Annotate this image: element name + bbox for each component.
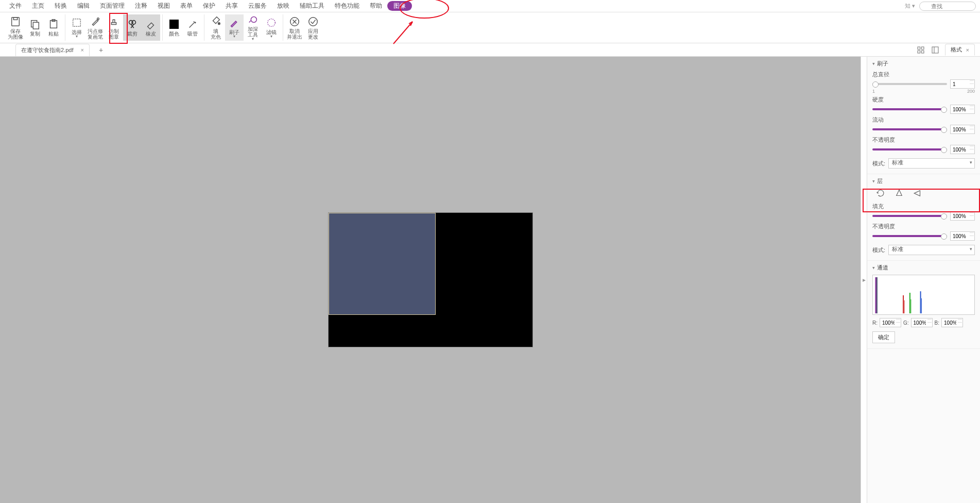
svg-rect-19 — [932, 47, 938, 53]
fill-icon — [210, 16, 221, 27]
format-tab[interactable]: 格式 × — [945, 44, 975, 56]
tab-bar: 在遵守饮食指南2.pdf × + 格式 × — [0, 43, 980, 57]
tool-eyedropper[interactable]: 吸管 — [183, 14, 202, 41]
opacity-slider[interactable] — [872, 148, 947, 150]
tool-fill[interactable]: 填 充色 — [207, 14, 225, 41]
channel-section-header[interactable]: 通道 — [872, 264, 975, 272]
eraser-icon — [145, 19, 157, 30]
g-input[interactable] — [911, 318, 933, 327]
eyedropper-icon — [187, 19, 198, 30]
menu-cloud[interactable]: 云服务 — [243, 2, 272, 10]
menu-accessibility[interactable]: 辅助工具 — [295, 2, 330, 10]
tool-filter[interactable]: 滤镜▾ — [262, 14, 281, 41]
tool-paste[interactable]: 粘贴 — [44, 14, 63, 41]
tool-copy[interactable]: 复制 — [26, 14, 44, 41]
menu-protect[interactable]: 保护 — [198, 2, 220, 10]
opacity-input[interactable] — [950, 145, 975, 154]
spot-heal-icon — [90, 16, 101, 27]
tool-eraser[interactable]: 橡皮 — [142, 14, 160, 41]
paste-icon — [48, 19, 59, 30]
layer-mode-select[interactable]: 标准 — [888, 245, 975, 255]
menu-comment[interactable]: 注释 — [130, 2, 152, 10]
tool-save-as-image[interactable]: 保存 为图像 — [5, 14, 26, 41]
tool-cancel-exit[interactable]: 取消 并退出 — [285, 14, 304, 41]
svg-rect-17 — [918, 51, 920, 53]
svg-rect-3 — [33, 22, 39, 29]
tool-spot-heal[interactable]: 污点修 复画笔 — [86, 14, 105, 41]
tool-burn[interactable]: 加深 工具▾ — [244, 14, 262, 41]
hardness-input[interactable] — [950, 105, 975, 114]
brush-icon — [229, 17, 240, 28]
flow-slider[interactable] — [872, 128, 947, 130]
r-input[interactable] — [880, 318, 901, 327]
b-label: B: — [935, 320, 939, 326]
menu-page[interactable]: 页面管理 — [95, 2, 130, 10]
main-area: ▸ 刷子 总直径 1200 硬度 流动 — [0, 57, 980, 503]
layer-opacity-slider[interactable] — [872, 235, 947, 237]
flip-horizontal-icon[interactable] — [913, 188, 923, 198]
rotate-icon[interactable] — [875, 188, 886, 198]
tool-clone-stamp[interactable]: 仿制 图章 — [105, 14, 123, 41]
thumbnails-icon[interactable] — [916, 45, 925, 55]
save-image-icon — [10, 16, 21, 27]
menu-share[interactable]: 共享 — [220, 2, 243, 10]
svg-point-14 — [309, 17, 318, 26]
confirm-button[interactable]: 确定 — [872, 331, 895, 343]
image-canvas[interactable] — [328, 212, 533, 347]
menu-view[interactable]: 视图 — [152, 2, 175, 10]
close-format-icon[interactable]: × — [966, 47, 969, 53]
select-icon — [71, 17, 82, 28]
outline-icon[interactable] — [931, 45, 940, 55]
r-label: R: — [872, 320, 878, 326]
zhi-dropdown[interactable]: 知 ▾ — [905, 2, 915, 10]
flip-vertical-icon[interactable] — [894, 188, 904, 198]
flow-label: 流动 — [872, 116, 975, 124]
crop-icon — [127, 19, 138, 30]
toolbar: 保存 为图像 复制 粘贴 选择▾ 污点修 复画笔 仿制 图章 裁剪 橡皮 颜色 … — [0, 12, 980, 43]
format-panel: 刷子 总直径 1200 硬度 流动 — [867, 57, 980, 503]
layer-section-header[interactable]: 层 — [872, 177, 975, 185]
diameter-input[interactable] — [950, 79, 975, 89]
layer-opacity-input[interactable] — [950, 231, 975, 241]
mode-label: 模式: — [872, 160, 885, 167]
layer-mode-label: 模式: — [872, 246, 885, 254]
svg-point-7 — [97, 18, 99, 20]
menu-home[interactable]: 主页 — [27, 2, 49, 10]
menu-help[interactable]: 帮助 — [365, 2, 387, 10]
menu-edit[interactable]: 编辑 — [72, 2, 95, 10]
panel-collapse-handle[interactable]: ▸ — [861, 57, 867, 503]
svg-rect-18 — [921, 51, 924, 53]
flow-input[interactable] — [950, 125, 975, 134]
canvas-area[interactable] — [0, 57, 861, 503]
menu-slideshow[interactable]: 放映 — [272, 2, 295, 10]
file-tab[interactable]: 在遵守饮食指南2.pdf × — [15, 44, 90, 56]
tool-crop[interactable]: 裁剪 — [123, 14, 142, 41]
burn-icon — [247, 14, 259, 25]
tool-color[interactable]: 颜色 — [165, 14, 183, 41]
menu-image[interactable]: 图像 — [387, 1, 412, 11]
menu-file[interactable]: 文件 — [4, 2, 27, 10]
menu-features[interactable]: 特色功能 — [330, 2, 365, 10]
filter-icon — [266, 17, 277, 28]
menu-bar: 文件 主页 转换 编辑 页面管理 注释 视图 表单 保护 共享 云服务 放映 辅… — [0, 0, 980, 12]
menu-form[interactable]: 表单 — [175, 2, 198, 10]
color-icon — [168, 19, 180, 30]
svg-rect-10 — [169, 20, 179, 29]
diameter-slider[interactable] — [872, 83, 947, 85]
new-tab-button[interactable]: + — [99, 46, 103, 54]
g-label: G: — [903, 320, 909, 326]
apply-icon — [307, 16, 319, 27]
b-input[interactable] — [941, 318, 963, 327]
tool-select[interactable]: 选择▾ — [67, 14, 86, 41]
fill-input[interactable] — [950, 211, 975, 221]
brush-section-header[interactable]: 刷子 — [872, 60, 975, 68]
close-tab-icon[interactable]: × — [80, 47, 83, 53]
hardness-slider[interactable] — [872, 108, 947, 110]
fill-slider[interactable] — [872, 215, 947, 217]
opacity-label: 不透明度 — [872, 136, 975, 144]
menu-convert[interactable]: 转换 — [49, 2, 72, 10]
tool-apply[interactable]: 应用 更改 — [304, 14, 322, 41]
search-input[interactable] — [919, 2, 976, 11]
mode-select[interactable]: 标准 — [888, 158, 975, 169]
tool-brush[interactable]: 刷子▾ — [225, 14, 244, 41]
